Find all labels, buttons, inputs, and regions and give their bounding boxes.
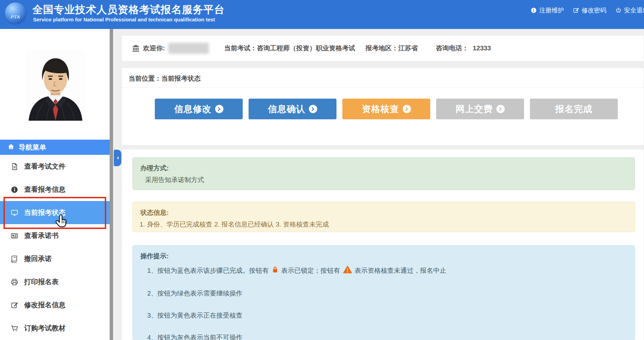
current-exam: 当前考试： 咨询工程师（投资）职业资格考试 <box>224 44 355 53</box>
nav-menu-title: 导航菜单 <box>19 143 46 152</box>
status-panel: 当前位置：当前报考状态 信息修改 信息确认 资格核查 网上交费 报名完成 <box>121 68 644 146</box>
tips-line-2: 2、按钮为绿色表示需要继续操作 <box>147 289 635 298</box>
edit-square-icon <box>573 7 579 13</box>
step-button-registration-complete[interactable]: 报名完成 <box>530 99 618 119</box>
sidebar-item-view-application-info[interactable]: 查看报考信息 <box>0 178 110 201</box>
tips-line-4: 4、按钮为灰色表示当前不可操作 <box>147 333 635 340</box>
applicant-photo <box>26 50 85 121</box>
pta-logo-icon: PTA <box>5 2 26 24</box>
nav-menu-header: 导航菜单 <box>0 140 110 155</box>
home-icon <box>8 143 14 152</box>
step-button-online-payment[interactable]: 网上交费 <box>436 99 524 119</box>
tips-text: 1、按钮为蓝色表示该步骤已完成。按钮有 <box>147 267 269 275</box>
step-label: 信息确认 <box>268 103 305 115</box>
welcome-user-name-redacted <box>168 43 209 54</box>
current-exam-label: 当前考试： <box>224 44 257 53</box>
sidebar: 导航菜单 查看考试文件 查看报考信息 当前报考状态 查看承诺书 撤回承诺 打印报… <box>0 29 110 340</box>
link-label: 安全退出 <box>624 6 644 14</box>
step-label: 信息修改 <box>174 103 212 115</box>
lock-icon <box>272 266 279 276</box>
method-body: 采用告知承诺制方式 <box>145 176 635 184</box>
breadcrumb: 当前位置：当前报考状态 <box>122 68 644 83</box>
tips-title: 操作提示: <box>133 246 635 261</box>
sidebar-item-order-materials[interactable]: 订购考试教材 <box>0 317 110 340</box>
id-card-icon <box>10 232 19 240</box>
status-body: 1. 身份、学历已完成核查 2. 报名信息已经确认 3. 资格核查未完成 <box>140 220 635 229</box>
hand-cursor-icon <box>54 214 68 230</box>
bank-icon <box>132 44 140 52</box>
safe-logout-link[interactable]: 安全退出 <box>615 6 644 14</box>
tips-text: 表示资格核查未通过，报名中止 <box>355 267 446 275</box>
step-label: 网上交费 <box>456 103 493 115</box>
progress-steps: 信息修改 信息确认 资格核查 网上交费 报名完成 <box>155 99 618 119</box>
sidebar-item-label: 订购考试教材 <box>24 323 66 333</box>
exam-region-value: 江苏省 <box>398 44 418 53</box>
tips-line-1: 1、按钮为蓝色表示该步骤已完成。按钮有 表示已锁定；按钮有 表示资格核查未通过，… <box>147 266 635 276</box>
tips-text: 表示已锁定；按钮有 <box>281 267 340 275</box>
cart-icon <box>10 324 19 332</box>
main-content: 欢迎你: 当前考试： 咨询工程师（投资）职业资格考试 报考地区： 江苏省 咨询电… <box>113 29 644 340</box>
method-box: 办理方式: 采用告知承诺制方式 <box>132 157 635 190</box>
sidebar-item-label: 修改报名信息 <box>24 300 66 310</box>
sidebar-item-label: 打印报名表 <box>24 277 59 287</box>
status-box: 状态信息: 1. 身份、学历已完成核查 2. 报名信息已经确认 3. 资格核查未… <box>132 202 635 232</box>
register-maintenance-link[interactable]: 注册维护 <box>531 6 564 14</box>
sidebar-item-label: 查看承诺书 <box>24 231 59 240</box>
sidebar-item-withdraw-commitment[interactable]: 撤回承诺 <box>0 247 110 270</box>
consult-phone: 咨询电话： 12333 <box>436 44 491 53</box>
sidebar-scrollbar[interactable] <box>110 29 113 340</box>
step-label: 报名完成 <box>555 103 593 115</box>
tips-box: 操作提示: 1、按钮为蓝色表示该步骤已完成。按钮有 表示已锁定；按钮有 表示资格… <box>132 245 635 340</box>
chevron-circle-right-icon <box>403 105 411 113</box>
chevron-circle-right-icon <box>496 105 505 113</box>
step-label: 资格核查 <box>362 103 399 115</box>
welcome-greeting: 欢迎你: <box>143 44 165 53</box>
exam-region: 报考地区： 江苏省 <box>365 44 418 53</box>
link-label: 修改密码 <box>582 6 606 14</box>
edit-square-icon <box>10 301 19 309</box>
sidebar-item-print-form[interactable]: 打印报名表 <box>0 270 110 293</box>
tips-line-3: 3、按钮为黄色表示正在接受核查 <box>147 311 635 320</box>
divider <box>122 87 644 88</box>
sidebar-item-view-exam-files[interactable]: 查看考试文件 <box>0 155 110 178</box>
chevron-left-icon <box>116 155 119 161</box>
step-button-info-modify[interactable]: 信息修改 <box>155 99 243 119</box>
link-label: 注册维护 <box>539 6 564 14</box>
current-exam-value: 咨询工程师（投资）职业资格考试 <box>257 44 355 53</box>
consult-phone-value: 12333 <box>473 44 491 52</box>
info-circle-icon <box>10 186 19 194</box>
change-password-link[interactable]: 修改密码 <box>573 6 606 14</box>
exam-region-label: 报考地区： <box>365 44 398 53</box>
warning-triangle-icon <box>343 266 352 276</box>
printer-icon <box>10 278 19 286</box>
step-button-info-confirm[interactable]: 信息确认 <box>249 99 336 119</box>
info-circle-icon <box>531 7 537 13</box>
step-button-qualification-check[interactable]: 资格核查 <box>342 99 430 119</box>
welcome-bar: 欢迎你: 当前考试： 咨询工程师（投资）职业资格考试 报考地区： 江苏省 咨询电… <box>121 35 644 61</box>
app-header: PTA 全国专业技术人员资格考试报名服务平台 Service platform … <box>0 0 644 29</box>
file-text-icon <box>10 162 19 171</box>
chevron-circle-right-icon <box>309 105 317 113</box>
page-subtitle: Service platform for National Profession… <box>33 17 215 22</box>
power-icon <box>615 7 622 13</box>
sidebar-item-label: 查看考试文件 <box>24 162 66 171</box>
monitor-icon <box>10 209 19 217</box>
header-links: 注册维护 修改密码 安全退出 <box>531 6 644 14</box>
status-title: 状态信息: <box>133 202 635 217</box>
book-icon <box>10 255 19 263</box>
method-title: 办理方式: <box>133 158 635 173</box>
page-title: 全国专业技术人员资格考试报名服务平台 <box>32 3 225 17</box>
sidebar-item-modify-application[interactable]: 修改报名信息 <box>0 293 110 317</box>
sidebar-menu: 查看考试文件 查看报考信息 当前报考状态 查看承诺书 撤回承诺 打印报名表 修改… <box>0 155 110 340</box>
logo-text: PTA <box>11 14 20 20</box>
sidebar-item-label: 查看报考信息 <box>24 185 66 194</box>
sidebar-item-label: 撤回承诺 <box>24 254 52 263</box>
info-panel: 办理方式: 采用告知承诺制方式 状态信息: 1. 身份、学历已完成核查 2. 报… <box>121 149 644 340</box>
sidebar-collapse-handle[interactable] <box>114 150 121 166</box>
chevron-circle-right-icon <box>215 105 223 113</box>
consult-phone-label: 咨询电话： <box>436 44 469 53</box>
